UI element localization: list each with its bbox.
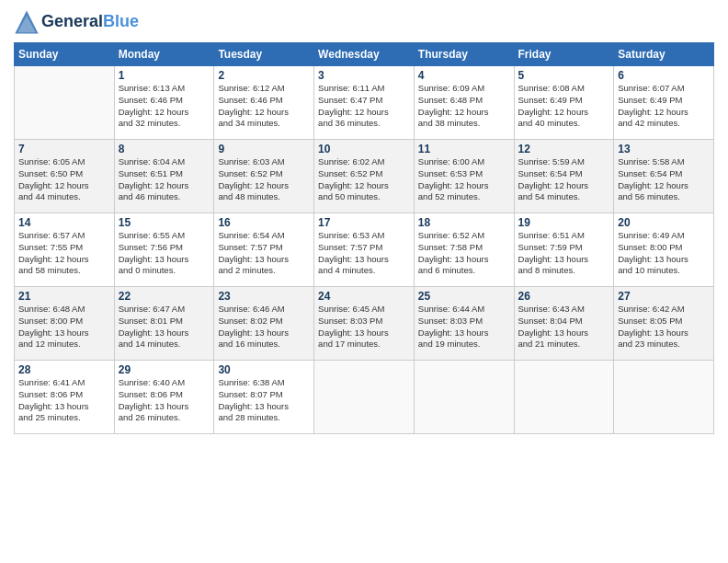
day-info: Sunrise: 6:08 AMSunset: 6:49 PMDaylight:… <box>518 83 610 130</box>
day-of-week-header: Wednesday <box>314 43 415 66</box>
day-info: Sunrise: 6:40 AMSunset: 8:06 PMDaylight:… <box>119 377 210 424</box>
day-number: 20 <box>618 216 710 229</box>
day-info: Sunrise: 6:02 AMSunset: 6:52 PMDaylight:… <box>318 156 410 203</box>
day-number: 15 <box>119 216 210 229</box>
day-of-week-header: Friday <box>514 43 614 66</box>
calendar-day-cell: 7Sunrise: 6:05 AMSunset: 6:50 PMDaylight… <box>15 140 115 213</box>
calendar-day-cell: 28Sunrise: 6:41 AMSunset: 8:06 PMDayligh… <box>15 361 115 434</box>
day-number: 1 <box>119 69 210 82</box>
empty-calendar-cell <box>514 361 614 434</box>
calendar-day-cell: 1Sunrise: 6:13 AMSunset: 6:46 PMDaylight… <box>114 66 214 140</box>
day-info: Sunrise: 6:48 AMSunset: 8:00 PMDaylight:… <box>18 304 110 350</box>
day-number: 17 <box>318 216 410 229</box>
calendar-day-cell: 27Sunrise: 6:42 AMSunset: 8:05 PMDayligh… <box>614 287 714 361</box>
day-info: Sunrise: 6:57 AMSunset: 7:55 PMDaylight:… <box>18 230 110 277</box>
logo-text: GeneralBlue <box>41 13 139 31</box>
calendar-day-cell: 29Sunrise: 6:40 AMSunset: 8:06 PMDayligh… <box>114 361 214 434</box>
calendar-day-cell: 17Sunrise: 6:53 AMSunset: 7:57 PMDayligh… <box>314 213 415 287</box>
day-info: Sunrise: 5:58 AMSunset: 6:54 PMDaylight:… <box>618 156 710 203</box>
day-of-week-header: Saturday <box>614 43 714 66</box>
day-of-week-header: Tuesday <box>214 43 314 66</box>
calendar-day-cell: 23Sunrise: 6:46 AMSunset: 8:02 PMDayligh… <box>214 287 314 361</box>
day-number: 8 <box>119 143 210 155</box>
day-info: Sunrise: 6:13 AMSunset: 6:46 PMDaylight:… <box>119 83 210 130</box>
empty-calendar-cell <box>414 361 514 434</box>
day-of-week-header: Thursday <box>414 43 514 66</box>
day-info: Sunrise: 5:59 AMSunset: 6:54 PMDaylight:… <box>518 156 610 203</box>
day-of-week-header: Monday <box>114 43 214 66</box>
calendar-day-cell: 22Sunrise: 6:47 AMSunset: 8:01 PMDayligh… <box>114 287 214 361</box>
day-number: 7 <box>18 143 110 155</box>
day-number: 30 <box>218 363 310 376</box>
day-info: Sunrise: 6:00 AMSunset: 6:53 PMDaylight:… <box>418 156 510 203</box>
day-number: 25 <box>418 290 510 303</box>
calendar-day-cell: 3Sunrise: 6:11 AMSunset: 6:47 PMDaylight… <box>314 66 415 140</box>
day-info: Sunrise: 6:49 AMSunset: 8:00 PMDaylight:… <box>618 230 710 277</box>
day-number: 24 <box>318 290 410 303</box>
day-info: Sunrise: 6:52 AMSunset: 7:58 PMDaylight:… <box>418 230 510 277</box>
calendar-day-cell: 4Sunrise: 6:09 AMSunset: 6:48 PMDaylight… <box>414 66 514 140</box>
day-number: 21 <box>18 290 110 303</box>
day-number: 28 <box>18 363 110 376</box>
calendar-day-cell: 2Sunrise: 6:12 AMSunset: 6:46 PMDaylight… <box>214 66 314 140</box>
day-number: 10 <box>318 143 410 155</box>
day-info: Sunrise: 6:07 AMSunset: 6:49 PMDaylight:… <box>618 83 710 130</box>
calendar-day-cell: 16Sunrise: 6:54 AMSunset: 7:57 PMDayligh… <box>214 213 314 287</box>
day-number: 27 <box>618 290 710 303</box>
day-number: 13 <box>618 143 710 155</box>
day-number: 5 <box>518 69 610 82</box>
day-info: Sunrise: 6:42 AMSunset: 8:05 PMDaylight:… <box>618 304 710 350</box>
calendar-day-cell: 8Sunrise: 6:04 AMSunset: 6:51 PMDaylight… <box>114 140 214 213</box>
day-info: Sunrise: 6:47 AMSunset: 8:01 PMDaylight:… <box>119 304 210 350</box>
day-number: 23 <box>218 290 310 303</box>
day-info: Sunrise: 6:44 AMSunset: 8:03 PMDaylight:… <box>418 304 510 350</box>
calendar-day-cell: 12Sunrise: 5:59 AMSunset: 6:54 PMDayligh… <box>514 140 614 213</box>
calendar-day-cell: 9Sunrise: 6:03 AMSunset: 6:52 PMDaylight… <box>214 140 314 213</box>
calendar-day-cell: 13Sunrise: 5:58 AMSunset: 6:54 PMDayligh… <box>614 140 714 213</box>
empty-calendar-cell <box>314 361 415 434</box>
day-info: Sunrise: 6:45 AMSunset: 8:03 PMDaylight:… <box>318 304 410 350</box>
day-number: 18 <box>418 216 510 229</box>
calendar-day-cell: 20Sunrise: 6:49 AMSunset: 8:00 PMDayligh… <box>614 213 714 287</box>
page-container: GeneralBlue SundayMondayTuesdayWednesday… <box>0 0 728 443</box>
day-info: Sunrise: 6:46 AMSunset: 8:02 PMDaylight:… <box>218 304 310 350</box>
day-number: 22 <box>119 290 210 303</box>
day-number: 26 <box>518 290 610 303</box>
day-info: Sunrise: 6:05 AMSunset: 6:50 PMDaylight:… <box>18 156 110 203</box>
calendar-day-cell: 26Sunrise: 6:43 AMSunset: 8:04 PMDayligh… <box>514 287 614 361</box>
day-number: 16 <box>218 216 310 229</box>
day-number: 4 <box>418 69 510 82</box>
day-number: 12 <box>518 143 610 155</box>
calendar-day-cell: 18Sunrise: 6:52 AMSunset: 7:58 PMDayligh… <box>414 213 514 287</box>
day-number: 9 <box>218 143 310 155</box>
logo: GeneralBlue <box>14 9 139 35</box>
day-info: Sunrise: 6:55 AMSunset: 7:56 PMDaylight:… <box>119 230 210 277</box>
day-info: Sunrise: 6:12 AMSunset: 6:46 PMDaylight:… <box>218 83 310 130</box>
empty-calendar-cell <box>15 66 115 140</box>
day-of-week-header: Sunday <box>15 43 115 66</box>
day-info: Sunrise: 6:53 AMSunset: 7:57 PMDaylight:… <box>318 230 410 277</box>
empty-calendar-cell <box>614 361 714 434</box>
day-number: 19 <box>518 216 610 229</box>
calendar-day-cell: 5Sunrise: 6:08 AMSunset: 6:49 PMDaylight… <box>514 66 614 140</box>
day-info: Sunrise: 6:51 AMSunset: 7:59 PMDaylight:… <box>518 230 610 277</box>
calendar-day-cell: 15Sunrise: 6:55 AMSunset: 7:56 PMDayligh… <box>114 213 214 287</box>
day-info: Sunrise: 6:38 AMSunset: 8:07 PMDaylight:… <box>218 377 310 424</box>
calendar-day-cell: 6Sunrise: 6:07 AMSunset: 6:49 PMDaylight… <box>614 66 714 140</box>
calendar-day-cell: 25Sunrise: 6:44 AMSunset: 8:03 PMDayligh… <box>414 287 514 361</box>
day-info: Sunrise: 6:09 AMSunset: 6:48 PMDaylight:… <box>418 83 510 130</box>
calendar-day-cell: 10Sunrise: 6:02 AMSunset: 6:52 PMDayligh… <box>314 140 415 213</box>
logo-icon <box>14 9 40 35</box>
calendar-day-cell: 30Sunrise: 6:38 AMSunset: 8:07 PMDayligh… <box>214 361 314 434</box>
calendar-day-cell: 24Sunrise: 6:45 AMSunset: 8:03 PMDayligh… <box>314 287 415 361</box>
page-header: GeneralBlue <box>14 9 714 35</box>
day-info: Sunrise: 6:03 AMSunset: 6:52 PMDaylight:… <box>218 156 310 203</box>
calendar-table: SundayMondayTuesdayWednesdayThursdayFrid… <box>14 42 714 434</box>
calendar-day-cell: 11Sunrise: 6:00 AMSunset: 6:53 PMDayligh… <box>414 140 514 213</box>
calendar-day-cell: 19Sunrise: 6:51 AMSunset: 7:59 PMDayligh… <box>514 213 614 287</box>
day-info: Sunrise: 6:41 AMSunset: 8:06 PMDaylight:… <box>18 377 110 424</box>
day-number: 29 <box>119 363 210 376</box>
calendar-day-cell: 21Sunrise: 6:48 AMSunset: 8:00 PMDayligh… <box>15 287 115 361</box>
day-info: Sunrise: 6:04 AMSunset: 6:51 PMDaylight:… <box>119 156 210 203</box>
day-number: 6 <box>618 69 710 82</box>
